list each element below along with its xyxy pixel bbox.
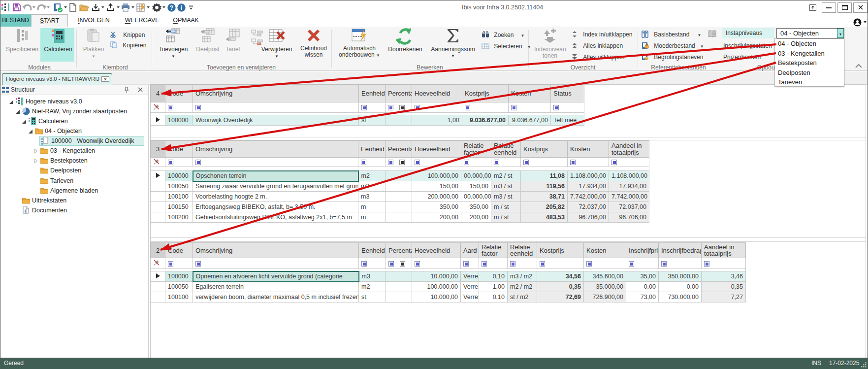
svg-text:i: i	[181, 4, 182, 11]
svg-text:?: ?	[170, 4, 173, 11]
